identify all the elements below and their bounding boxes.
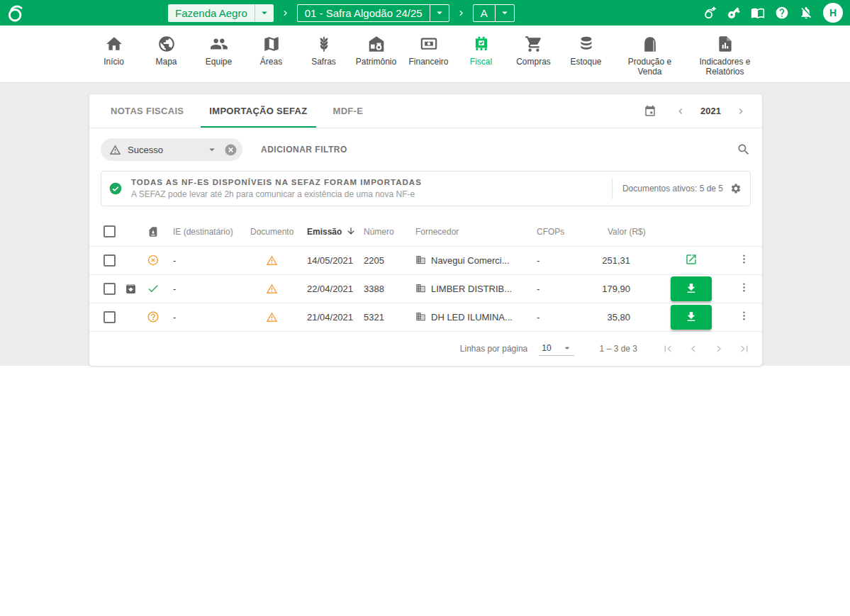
nav-item-mapa[interactable]: Mapa <box>145 35 188 67</box>
season-selector[interactable]: 01 - Safra Algodão 24/25 <box>297 4 449 22</box>
chevron-down-icon <box>561 342 573 354</box>
row-checkbox[interactable] <box>104 254 116 267</box>
tabs-row: NOTAS FISCAISIMPORTAÇÃO SEFAZMDF-E 2021 <box>89 94 762 128</box>
globe-icon <box>157 35 176 53</box>
column-header-cfops[interactable]: CFOPs <box>531 218 602 246</box>
supplier-building-icon <box>415 283 426 293</box>
nav-label: Safras <box>311 57 336 67</box>
document-warning-icon[interactable] <box>266 283 278 295</box>
fornecedor-name: DH LED ILUMINA... <box>431 312 513 323</box>
key-icon[interactable] <box>727 6 741 20</box>
cfops-cell: - <box>531 303 602 331</box>
archive-column-header <box>122 218 142 246</box>
remove-filter-icon[interactable] <box>224 143 237 157</box>
fornecedor-cell: DH LED ILUMINA... <box>410 303 531 331</box>
column-header-documento[interactable]: Documento <box>245 218 301 246</box>
nav-item-patrimonio[interactable]: Patrimônio <box>355 35 398 67</box>
filter-chip-label: Sucesso <box>128 145 206 155</box>
document-warning-icon[interactable] <box>266 254 278 267</box>
nav-item-inicio[interactable]: Início <box>93 35 135 67</box>
column-header-valor[interactable]: Valor (R$) <box>602 218 652 246</box>
download-nfe-button[interactable] <box>671 305 712 330</box>
receipt-check-icon <box>472 35 491 53</box>
nav-item-fiscal[interactable]: Fiscal <box>460 35 503 67</box>
barn-icon <box>367 35 386 53</box>
farm-caret[interactable] <box>255 4 274 22</box>
valor-cell: 179,90 <box>602 274 652 303</box>
previous-year-button[interactable] <box>675 106 686 117</box>
season-caret[interactable] <box>430 5 449 21</box>
download-nfe-button[interactable] <box>671 276 712 301</box>
tab-mdf-e[interactable]: MDF-E <box>325 94 372 128</box>
cfops-cell: - <box>531 274 602 303</box>
nav-label: Indicadores e Relatórios <box>693 57 758 77</box>
search-icon[interactable] <box>737 142 751 157</box>
map-icon <box>262 35 281 53</box>
nav-item-compras[interactable]: Compras <box>513 35 555 67</box>
nav-item-producao-e-venda[interactable]: Produção e Venda <box>617 35 683 77</box>
add-account-icon[interactable] <box>703 6 717 20</box>
action-column-header <box>652 218 731 246</box>
emissao-cell: 22/04/2021 <box>301 274 358 303</box>
row-checkbox[interactable] <box>104 311 116 323</box>
emissao-cell: 14/05/2021 <box>301 246 358 274</box>
column-header-numero[interactable]: Número <box>358 218 410 246</box>
chevron-down-icon <box>498 6 511 19</box>
topbar: Fazenda Aegro 01 - Safra Algodão 24/25 A… <box>0 0 850 26</box>
tab-notas-fiscais[interactable]: NOTAS FISCAIS <box>102 94 192 128</box>
fornecedor-name: Navegui Comerci... <box>431 255 510 266</box>
column-header-ie[interactable]: IE (destinatário) <box>167 218 245 246</box>
avatar[interactable]: H <box>823 3 843 23</box>
emissao-label: Emissão <box>307 227 342 237</box>
valor-cell: 35,80 <box>602 303 652 331</box>
row-checkbox[interactable] <box>104 283 116 295</box>
table-row: -21/04/20215321DH LED ILUMINA...-35,80 <box>89 303 762 331</box>
ie-cell: - <box>167 303 245 331</box>
numero-cell: 5321 <box>358 303 410 331</box>
nav-item-equipe[interactable]: Equipe <box>198 35 240 67</box>
aegro-logo-icon[interactable] <box>5 2 26 23</box>
banner-texts: TODAS AS NF-ES DISPONÍVEIS NA SEFAZ FORA… <box>131 178 422 199</box>
help-icon[interactable] <box>775 6 789 20</box>
add-filter-button[interactable]: ADICIONAR FILTRO <box>261 145 347 155</box>
document-warning-icon[interactable] <box>266 311 278 323</box>
previous-page-button[interactable] <box>687 342 700 355</box>
row-menu-icon[interactable] <box>738 281 750 293</box>
column-header-emissao[interactable]: Emissão <box>301 218 358 246</box>
nav-item-safras[interactable]: Safras <box>303 35 345 67</box>
farm-selector[interactable]: Fazenda Aegro <box>168 4 274 22</box>
fornecedor-cell: LIMBER DISTRIB... <box>410 274 531 303</box>
plot-selector[interactable]: A <box>473 4 515 22</box>
nav-label: Mapa <box>155 57 177 67</box>
download-icon <box>685 310 698 323</box>
rows-per-page-select[interactable]: 10 <box>539 341 574 356</box>
last-page-button[interactable] <box>738 342 751 355</box>
next-year-button[interactable] <box>735 106 746 117</box>
first-page-button[interactable] <box>661 342 674 355</box>
knowledge-book-icon[interactable] <box>751 6 765 20</box>
menu-column-header <box>731 218 762 246</box>
nav-item-estoque[interactable]: Estoque <box>565 35 608 67</box>
select-all-checkbox[interactable] <box>104 225 116 237</box>
nav-item-indicadores-e-relatorios[interactable]: Indicadores e Relatórios <box>693 35 758 77</box>
status-cancelled-icon <box>147 254 160 267</box>
calendar-icon[interactable] <box>644 105 656 118</box>
chevron-down-icon[interactable] <box>206 143 218 156</box>
status-filter-chip[interactable]: Sucesso <box>101 138 242 161</box>
nfe-table: IE (destinatário) Documento Emissão Núme… <box>89 218 762 332</box>
sort-desc-icon[interactable] <box>346 226 356 236</box>
row-menu-icon[interactable] <box>738 310 750 322</box>
next-page-button[interactable] <box>712 342 725 355</box>
tab-importacao-sefaz[interactable]: IMPORTAÇÃO SEFAZ <box>201 94 315 128</box>
plot-caret[interactable] <box>496 5 514 21</box>
row-menu-icon[interactable] <box>738 253 750 265</box>
open-nfe-icon[interactable] <box>685 253 698 266</box>
column-header-fornecedor[interactable]: Fornecedor <box>410 218 531 246</box>
notifications-off-icon[interactable] <box>799 6 813 20</box>
ie-cell: - <box>167 274 245 303</box>
gear-icon[interactable] <box>730 183 742 194</box>
home-icon <box>105 35 123 53</box>
nav-item-financeiro[interactable]: Financeiro <box>408 35 450 67</box>
nav-item-areas[interactable]: Áreas <box>250 35 293 67</box>
active-documents-label: Documentos ativos: 5 de 5 <box>622 184 723 194</box>
